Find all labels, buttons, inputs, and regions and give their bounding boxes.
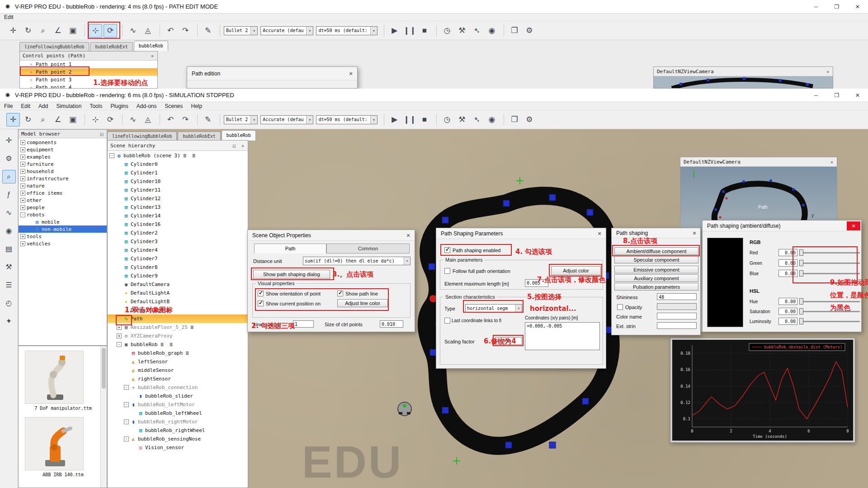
adjust-color-button[interactable]: Adjust color (551, 266, 601, 275)
camera-rotate-icon[interactable]: ↻ (21, 113, 35, 127)
tab-bubblerobext[interactable]: bubbleRobExt (90, 42, 132, 51)
expand-icon[interactable]: + (20, 155, 25, 160)
play-button[interactable]: ▶ (388, 113, 401, 127)
collapse-icon[interactable]: - (20, 212, 25, 217)
annotation-pen-icon[interactable]: ✎ (201, 113, 215, 127)
stop-button[interactable]: ■ (418, 24, 431, 38)
tree-item-nature[interactable]: +nature (19, 182, 107, 189)
sidebar-settings-icon[interactable]: ✦ (2, 314, 16, 328)
tree-item-cylinder7[interactable]: ▧Cylinder7 (108, 254, 248, 263)
windows-layout-icon[interactable]: ❐ (508, 24, 521, 38)
tree-item-furniture[interactable]: +furniture (19, 160, 107, 168)
scrollbar[interactable] (100, 346, 107, 488)
expand-icon[interactable]: + (20, 205, 25, 210)
expand-icon[interactable]: + (117, 325, 122, 330)
expand-icon[interactable]: + (20, 169, 25, 174)
expand-icon[interactable]: + (20, 147, 25, 152)
model-thumbnail[interactable] (25, 417, 84, 470)
camera-zoom-icon[interactable]: ⌕ (36, 113, 50, 127)
redo-icon[interactable]: ↷ (179, 24, 192, 38)
dynamics-icon[interactable]: ⚒ (455, 24, 469, 38)
sidebar-list-icon[interactable]: ☰ (2, 278, 16, 292)
path-edit-icon[interactable]: ∿ (126, 24, 140, 38)
window2-titlebar[interactable]: ✺ V-REP PRO EDU - bubbleRob - rendering:… (0, 89, 868, 102)
opacity-input[interactable] (657, 303, 697, 310)
button-specular-component[interactable]: Specular component (614, 256, 698, 263)
expand-icon[interactable]: + (20, 140, 25, 145)
hsl-hue-value[interactable]: 0.00 (778, 298, 797, 305)
tree-item-cylinder3[interactable]: ▧Cylinder3 (108, 237, 248, 246)
play-button[interactable]: ▶ (388, 24, 401, 38)
sidebar-gear-icon[interactable]: ⚙ (2, 152, 16, 165)
tree-item-equipment[interactable]: +equipment (19, 146, 107, 153)
tree-item-cylinder11[interactable]: ▧Cylinder11 (108, 186, 248, 194)
object-rotate-icon[interactable]: ⟳ (104, 24, 117, 38)
rgb-green-slider[interactable] (799, 260, 860, 266)
maximize-button[interactable]: ❐ (826, 0, 847, 14)
tree-item-path[interactable]: ∿Path (108, 314, 248, 323)
maximize-button[interactable]: ❐ (826, 89, 847, 102)
hsl-saturation-slider[interactable] (799, 308, 860, 314)
tree-item-office-items[interactable]: +office items (19, 189, 107, 197)
fly-icon[interactable]: ➴ (470, 24, 484, 38)
camera-angle-icon[interactable]: ∠ (51, 113, 65, 127)
menu-edit[interactable]: Edit (0, 14, 18, 21)
window1-titlebar[interactable]: ✺ V-REP PRO EDU - bubbleRob - rendering:… (0, 0, 868, 14)
tab-linefollowingbubblerob[interactable]: lineFollowingBubbleRob (19, 42, 89, 51)
collapse-icon[interactable]: - (124, 402, 129, 407)
tree-item-cylinder0[interactable]: ▧Cylinder0 (108, 160, 248, 169)
collapse-icon[interactable]: - (124, 436, 129, 441)
gear-icon[interactable]: ⚙ (523, 113, 536, 127)
tree-item-cylinder13[interactable]: ▧Cylinder13 (108, 203, 248, 211)
pause-button[interactable]: ❙❙ (403, 113, 416, 127)
button-emissive-component[interactable]: Emissive component (614, 266, 698, 273)
fit-view-icon[interactable]: ▣ (66, 24, 80, 38)
close-icon[interactable]: ✕ (346, 70, 355, 78)
slider-thumb[interactable] (799, 260, 803, 266)
adjust-line-color-button[interactable]: Adjust line color (337, 299, 388, 307)
coordinates-textarea[interactable]: +0.000,-0.005 (525, 322, 600, 350)
sidebar-calc-icon[interactable]: ƒ (2, 188, 16, 202)
tree-item-infrastructure[interactable]: +infrastructure (19, 175, 107, 182)
camera-pan-icon[interactable]: ✛ (6, 113, 20, 127)
tree-item-xyzcameraproxy[interactable]: +◇XYZCameraProxy (108, 332, 248, 340)
tree-item-bubblerob-rightmotor[interactable]: -▮bubbleRob_rightMotor (108, 418, 248, 426)
path-shaping-enabled-checkbox[interactable] (444, 247, 450, 253)
menu-scenes[interactable]: Scenes (161, 103, 187, 110)
line-size-input[interactable]: 1 (293, 320, 314, 328)
tree-item-path-point-2[interactable]: ✧Path point 2 (20, 68, 157, 76)
engine-select[interactable]: Bullet 2▾ (224, 115, 258, 124)
camera-top-view[interactable] (654, 76, 833, 89)
tree-item-robots[interactable]: -robots (19, 211, 107, 218)
redo-icon[interactable]: ↷ (179, 113, 192, 127)
ext-string-input[interactable] (657, 322, 697, 329)
sidebar-graph-icon[interactable]: ∿ (2, 206, 16, 220)
rgb-red-slider[interactable] (799, 249, 860, 256)
tree-item-other[interactable]: +other (19, 197, 107, 204)
tree-item-bubblerob-graph[interactable]: ▤bubbleRob_graph≣ (108, 349, 248, 357)
close-icon[interactable]: ✕ (595, 230, 604, 238)
sidebar-time-icon[interactable]: ◴ (2, 296, 16, 310)
collapse-icon[interactable]: - (117, 342, 122, 347)
object-shift-icon[interactable]: ⊹ (89, 24, 102, 38)
tree-item-tools[interactable]: +tools (19, 233, 107, 240)
close-icon[interactable]: ✕ (149, 52, 156, 59)
tree-item-bubblerob-slider[interactable]: ▮bubbleRob_slider (108, 392, 248, 400)
close-icon[interactable]: ✕ (690, 229, 699, 237)
tree-item-cylinder14[interactable]: ▧Cylinder14 (108, 211, 248, 220)
collapse-icon[interactable]: - (124, 385, 129, 390)
menu-plugins[interactable]: Plugins (106, 103, 132, 110)
tree-item-non-mobile[interactable]: ▨non-mobile (19, 225, 107, 233)
rgb-red-value[interactable]: 0.00 (778, 249, 797, 256)
tree-item-cylinder16[interactable]: ▧Cylinder16 (108, 220, 248, 229)
slider-thumb[interactable] (799, 318, 803, 324)
tab-path[interactable]: Path (254, 244, 326, 253)
expand-icon[interactable]: + (20, 176, 25, 181)
button-ambient-diffuse-component[interactable]: Ambient/diffuse component (614, 247, 698, 255)
fly-icon[interactable]: ➴ (470, 113, 484, 127)
pause-button[interactable]: ❙❙ (403, 24, 416, 38)
show-path-line-checkbox[interactable] (337, 291, 343, 296)
accuracy-select[interactable]: Accurate (defau▾ (260, 115, 313, 124)
menu-add[interactable]: Add (34, 103, 52, 110)
close-button[interactable]: ✕ (847, 0, 868, 14)
